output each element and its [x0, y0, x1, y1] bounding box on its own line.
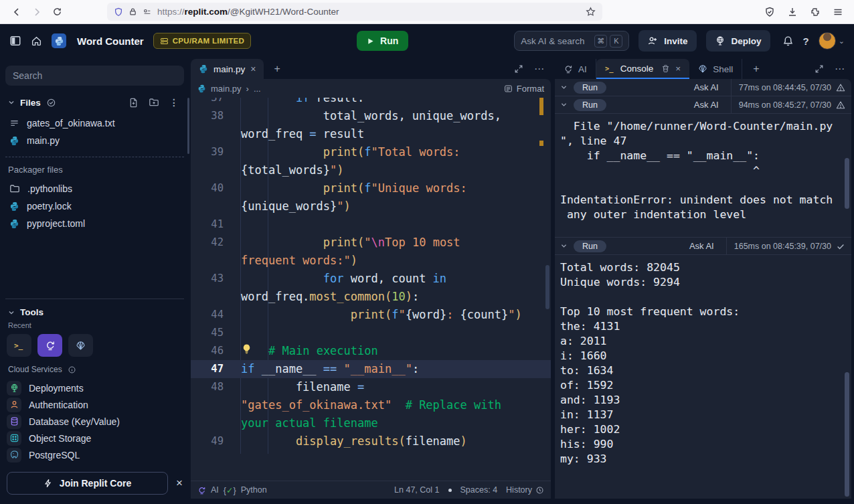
chevron-down-icon[interactable] — [560, 82, 568, 94]
code-line[interactable]: 44 print(f"{word}: {count}") — [191, 306, 551, 324]
tab-main-py[interactable]: main.py × — [191, 59, 264, 79]
run-header[interactable]: RunAsk AI77ms on 08:44:45, 07/30 — [555, 79, 851, 96]
sidebar-scrollbar[interactable] — [187, 98, 189, 154]
shield-check-icon[interactable] — [764, 7, 775, 17]
permissions-icon[interactable] — [143, 7, 152, 17]
breadcrumb-more[interactable]: ... — [254, 84, 261, 94]
file-item[interactable]: main.py — [5, 132, 184, 149]
code-line[interactable]: word_freq.most_common(10): — [191, 288, 551, 306]
spaces-setting[interactable]: Spaces: 4 — [460, 485, 498, 495]
cloud-service-item[interactable]: PostgreSQL — [5, 446, 184, 463]
run-header[interactable]: RunAsk AI94ms on 08:45:27, 07/30 — [555, 96, 851, 114]
console-scrollbar[interactable] — [845, 372, 849, 497]
code-line[interactable]: 45 — [191, 324, 551, 342]
menu-hamburger-icon[interactable] — [833, 7, 843, 17]
search-input[interactable]: Ask AI & search ⌘ K — [514, 31, 629, 51]
sidebar-search-input[interactable] — [5, 66, 184, 86]
recent-tool-cycle[interactable] — [37, 334, 62, 357]
console-scrollbar[interactable] — [845, 158, 849, 209]
code-editor[interactable]: 37 if result:38 total_words, unique_word… — [191, 98, 551, 481]
status-language[interactable]: Python — [241, 485, 267, 495]
cursor-position[interactable]: Ln 47, Col 1 — [394, 485, 439, 495]
close-tab-icon[interactable]: × — [675, 64, 681, 74]
tab-shell[interactable]: Shell — [689, 59, 742, 79]
shield-icon[interactable] — [114, 7, 123, 17]
files-header[interactable]: Files ⋮ — [8, 97, 181, 108]
chevron-down-icon[interactable] — [560, 99, 568, 111]
trash-icon[interactable] — [661, 64, 670, 73]
notifications-bell-icon[interactable] — [782, 35, 794, 47]
new-tab-icon[interactable]: + — [742, 59, 770, 79]
reload-icon[interactable] — [47, 3, 67, 21]
deploy-button[interactable]: Deploy — [706, 30, 770, 52]
code-line[interactable]: 49 display_results(filename) — [191, 432, 551, 450]
code-line[interactable]: 38 total_words, unique_words, — [191, 107, 551, 125]
home-icon[interactable] — [31, 35, 42, 47]
code-line[interactable]: {total_words}") — [191, 161, 551, 179]
code-line[interactable]: {unique_words}") — [191, 197, 551, 216]
tools-header[interactable]: Tools — [8, 307, 181, 317]
url-bar[interactable]: https://replit.com/@KgitWH21/Word-Counte… — [107, 3, 602, 21]
run-pill[interactable]: Run — [574, 99, 606, 111]
kebab-menu-icon[interactable]: ⋮ — [169, 97, 179, 108]
chevron-down-icon[interactable] — [8, 309, 15, 316]
code-line[interactable]: 43 for word, count in — [191, 270, 551, 288]
lock-icon[interactable] — [129, 7, 137, 16]
code-line[interactable]: 48 filename = — [191, 378, 551, 396]
tab-console[interactable]: >_ Console × — [596, 59, 689, 79]
history-button[interactable]: History — [506, 485, 544, 495]
breadcrumb-file[interactable]: main.py — [211, 84, 242, 94]
cloud-service-item[interactable]: Database (Key/Value) — [5, 413, 184, 430]
cloud-service-item[interactable]: Object Storage — [5, 430, 184, 446]
expand-icon[interactable] — [815, 64, 824, 74]
new-tab-icon[interactable]: + — [274, 63, 280, 75]
file-item[interactable]: gates_of_okinawa.txt — [5, 114, 184, 132]
format-button[interactable]: Format — [504, 84, 544, 94]
cloud-service-item[interactable]: Authentication — [5, 396, 184, 413]
join-replit-core-button[interactable]: Join Replit Core — [7, 472, 168, 495]
code-line[interactable]: 47if __name__ == "__main__": — [191, 360, 551, 378]
close-tab-icon[interactable]: × — [250, 64, 256, 74]
back-icon[interactable] — [7, 3, 27, 21]
code-line[interactable]: 46# Main execution — [191, 342, 551, 360]
expand-icon[interactable] — [514, 64, 523, 74]
avatar[interactable] — [819, 32, 836, 50]
tab-ai[interactable]: AI — [555, 59, 596, 79]
forward-icon[interactable] — [27, 3, 47, 21]
recent-tool-terminal[interactable]: >_ — [7, 334, 31, 357]
packager-file-item[interactable]: .pythonlibs — [5, 180, 184, 197]
add-file-icon[interactable] — [129, 97, 139, 108]
extensions-puzzle-icon[interactable] — [810, 7, 821, 17]
add-folder-icon[interactable] — [149, 97, 159, 108]
editor-scrollbar[interactable] — [545, 265, 549, 309]
code-line[interactable]: 39 print(f"Total words: — [191, 143, 551, 161]
code-line[interactable]: frequent words:") — [191, 252, 551, 270]
run-button[interactable]: Run — [357, 31, 408, 51]
invite-button[interactable]: Invite — [638, 30, 696, 52]
code-line[interactable]: 40 print(f"Unique words: — [191, 179, 551, 197]
run-pill[interactable]: Run — [574, 82, 606, 94]
status-ai[interactable]: AI — [211, 485, 219, 495]
panel-menu-icon[interactable]: ⋯ — [534, 63, 544, 75]
run-header[interactable]: RunAsk AI165ms on 08:45:39, 07/30 — [555, 238, 851, 255]
code-line[interactable]: your actual filename — [191, 414, 551, 432]
info-icon[interactable] — [68, 365, 76, 374]
hint-bulb-icon[interactable] — [241, 343, 268, 355]
download-icon[interactable] — [787, 7, 798, 17]
code-line[interactable]: "gates_of_okinawa.txt" # Replace with — [191, 396, 551, 414]
sidebar-toggle-icon[interactable] — [9, 35, 21, 47]
code-line[interactable]: 41 — [191, 216, 551, 234]
run-pill[interactable]: Run — [574, 240, 606, 252]
chevron-down-icon[interactable] — [8, 99, 15, 106]
bookmark-star-icon[interactable] — [586, 7, 596, 17]
recent-tool-shell[interactable] — [68, 334, 93, 357]
chevron-down-icon[interactable] — [560, 240, 568, 252]
packager-file-item[interactable]: poetry.lock — [5, 197, 184, 215]
code-line[interactable]: word_freq = result — [191, 125, 551, 143]
resource-badge[interactable]: CPU/RAM LIMITED — [153, 33, 251, 49]
code-line[interactable]: 42 print("\nTop 10 most — [191, 234, 551, 252]
account-menu[interactable]: ⌄ — [819, 32, 845, 50]
panel-menu-icon[interactable]: ⋯ — [835, 63, 845, 75]
cloud-service-item[interactable]: Deployments — [5, 380, 184, 396]
close-icon[interactable]: × — [176, 477, 183, 490]
